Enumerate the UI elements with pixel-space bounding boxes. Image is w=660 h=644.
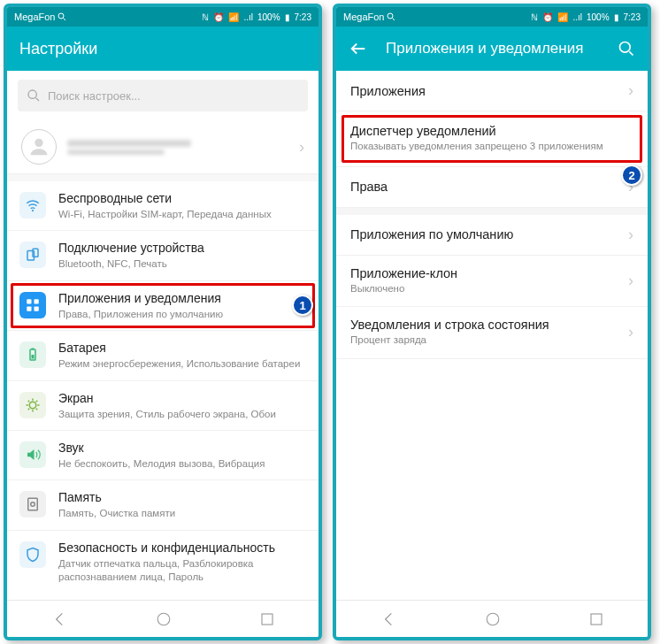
wifi-icon [19, 192, 46, 218]
svg-point-15 [29, 402, 36, 409]
nav-bar [7, 600, 318, 637]
item-title: Беспроводные сети [58, 190, 306, 207]
time-label: 7:23 [624, 12, 641, 22]
svg-rect-9 [35, 299, 39, 303]
blurred-sub [67, 150, 165, 155]
item-notification-manager[interactable]: Диспетчер уведомлений Показывать уведомл… [336, 111, 648, 167]
carrier-label: MegaFon [14, 12, 55, 22]
nfc-icon: ℕ [531, 12, 538, 22]
item-device-connection[interactable]: Подключение устройства Bluetooth, NFC, П… [7, 231, 318, 280]
nav-recents-icon[interactable] [588, 611, 604, 627]
display-icon [19, 392, 46, 418]
nav-bar [336, 600, 648, 637]
svg-point-20 [388, 13, 393, 19]
battery-text: 100% [257, 12, 280, 22]
svg-rect-19 [262, 614, 272, 625]
chevron-right-icon: › [628, 81, 633, 100]
carrier-label: MegaFon [343, 12, 384, 22]
item-app-twin[interactable]: Приложение-клон Выключено › [336, 256, 648, 308]
connection-icon [19, 242, 46, 268]
item-applications[interactable]: Приложения › [336, 71, 648, 111]
search-small-icon [386, 12, 396, 22]
person-icon [27, 134, 51, 159]
search-small-icon [57, 12, 67, 22]
signal-icon: 📶 [557, 12, 568, 22]
page-title: Настройки [19, 40, 306, 58]
alarm-icon: ⏰ [542, 12, 553, 22]
svg-rect-11 [35, 306, 39, 310]
svg-rect-8 [27, 299, 31, 303]
back-arrow-icon[interactable] [349, 39, 368, 58]
svg-point-22 [620, 42, 631, 53]
phone-left: MegaFon ℕ ⏰ 📶 ..ıl 100% ▮ 7:23 Настройки… [4, 4, 322, 640]
svg-point-2 [28, 90, 36, 98]
svg-point-4 [35, 139, 42, 147]
profile-row[interactable]: › [7, 120, 318, 174]
svg-line-3 [36, 98, 39, 101]
search-input[interactable]: Поиск настроек... [18, 80, 308, 111]
svg-rect-25 [591, 614, 602, 625]
search-placeholder: Поиск настроек... [48, 89, 141, 103]
search-icon[interactable] [618, 40, 635, 58]
battery-text: 100% [587, 12, 610, 22]
svg-line-23 [629, 51, 633, 55]
item-security[interactable]: Безопасность и конфиденциальность Датчик… [7, 531, 318, 594]
nav-back-icon[interactable] [50, 610, 68, 628]
svg-point-0 [58, 13, 64, 19]
svg-point-17 [31, 502, 35, 507]
item-sound[interactable]: Звук Не беспокоить, Мелодия вызова, Вибр… [7, 431, 318, 480]
svg-line-21 [393, 19, 395, 21]
item-sub: Wi-Fi, Настройки SIM-карт, Передача данн… [58, 208, 306, 222]
time-label: 7:23 [295, 12, 311, 22]
section-divider [336, 208, 648, 215]
avatar [21, 129, 57, 165]
profile-text [67, 137, 281, 157]
nav-recents-icon[interactable] [259, 611, 275, 627]
chevron-right-icon: › [628, 272, 633, 290]
nav-home-icon[interactable] [156, 611, 172, 627]
phone-right: MegaFon ℕ ⏰ 📶 ..ıl 100% ▮ 7:23 Приложени… [333, 4, 651, 640]
battery-settings-icon [19, 341, 46, 368]
svg-point-18 [157, 613, 170, 625]
svg-line-1 [64, 19, 66, 21]
signal-icon-2: ..ıl [243, 12, 253, 22]
blurred-email [67, 140, 191, 147]
callout-badge-2: 2 [621, 165, 642, 186]
status-bar: MegaFon ℕ ⏰ 📶 ..ıl 100% ▮ 7:23 [7, 7, 318, 27]
signal-icon-2: ..ıl [572, 12, 582, 22]
apps-content: Приложения › Диспетчер уведомлений Показ… [336, 71, 648, 600]
svg-point-24 [487, 613, 499, 625]
search-icon [27, 88, 41, 103]
signal-icon: 📶 [228, 12, 239, 22]
svg-rect-14 [32, 355, 35, 359]
item-display[interactable]: Экран Защита зрения, Стиль рабочего экра… [7, 381, 318, 431]
sound-icon [19, 441, 46, 468]
chevron-right-icon: › [628, 323, 633, 341]
battery-icon: ▮ [614, 12, 619, 22]
chevron-right-icon: › [299, 138, 304, 157]
chevron-right-icon: › [628, 226, 633, 244]
apps-icon [19, 292, 46, 318]
item-notif-statusbar[interactable]: Уведомления и строка состояния Процент з… [336, 307, 648, 359]
item-storage[interactable]: Память Память, Очистка памяти [7, 480, 318, 530]
item-apps-notifications[interactable]: Приложения и уведомления Права, Приложен… [7, 281, 318, 331]
item-wireless[interactable]: Беспроводные сети Wi-Fi, Настройки SIM-к… [7, 181, 318, 231]
page-title: Приложения и уведомления [386, 40, 600, 58]
item-battery[interactable]: Батарея Режим энергосбережения, Использо… [7, 331, 318, 380]
app-bar: Настройки [7, 27, 318, 71]
battery-icon: ▮ [285, 12, 290, 22]
callout-badge-1: 1 [292, 295, 313, 316]
nfc-icon: ℕ [202, 12, 209, 22]
svg-rect-16 [28, 499, 38, 511]
app-bar: Приложения и уведомления [336, 27, 648, 71]
nav-home-icon[interactable] [485, 611, 501, 627]
section-divider [7, 174, 318, 181]
item-default-apps[interactable]: Приложения по умолчанию › [336, 215, 648, 256]
svg-point-5 [32, 210, 34, 211]
storage-icon [19, 491, 46, 518]
nav-back-icon[interactable] [380, 610, 397, 628]
item-permissions[interactable]: Права › [336, 167, 648, 208]
shield-icon [19, 541, 46, 568]
svg-rect-13 [32, 349, 35, 350]
alarm-icon: ⏰ [213, 12, 224, 22]
